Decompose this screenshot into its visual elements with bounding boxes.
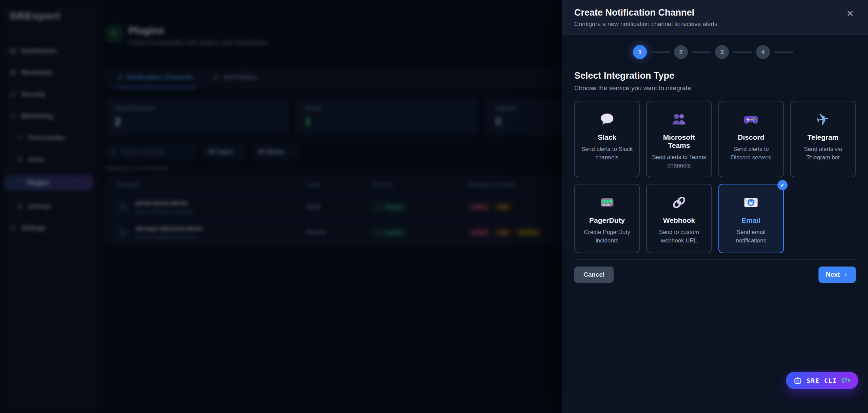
integration-description: Send to custom webhook URL [651,228,707,245]
integration-description: Send alerts to Teams channels [651,153,707,170]
webhook-icon [670,193,688,212]
svg-text:@: @ [749,200,753,205]
teams-icon [670,110,688,129]
integration-description: Send alerts to Discord servers [723,145,779,162]
drawer-body: 1234 Select Integration Type Choose the … [562,35,868,292]
drawer-footer: Cancel Next [574,267,856,283]
next-button[interactable]: Next [818,267,856,283]
drawer-title: Create Notification Channel [574,7,856,18]
drawer-subtitle: Configure a new notification channel to … [574,21,856,28]
step-connector [774,52,793,53]
cancel-button[interactable]: Cancel [574,267,614,283]
sre-cli-button[interactable]: SRE CLI @7$ [786,372,858,389]
step-circle: 1 [633,45,647,59]
section-subtitle: Choose the service you want to integrate [574,84,856,92]
integration-name: PagerDuty [589,216,625,224]
integration-name: Microsoft Teams [651,133,707,150]
integration-card[interactable]: Discord Send alerts to Discord servers [718,101,784,177]
wizard-stepper: 1234 [574,45,856,59]
integration-grid: Slack Send alerts to Slack channels Micr… [574,101,856,253]
step-circle: 4 [756,45,770,59]
discord-icon [742,110,760,129]
robot-icon [793,376,802,385]
integration-card[interactable]: Microsoft Teams Send alerts to Teams cha… [646,101,712,177]
close-icon[interactable]: ✕ [844,9,856,18]
integration-card[interactable]: Slack Send alerts to Slack channels [574,101,640,177]
chevron-right-icon [843,272,848,277]
integration-description: Send alerts via Telegram bot [795,145,851,162]
email-icon: @ [742,193,760,212]
drawer-header: Create Notification Channel Configure a … [562,0,868,35]
selected-check-badge: ✓ [777,180,788,190]
integration-description: Create PagerDuty incidents [579,228,635,245]
integration-description: Send alerts to Slack channels [579,145,635,162]
integration-name: Telegram [807,133,838,141]
step-connector [733,52,752,53]
step-connector [692,52,711,53]
integration-card[interactable]: PagerDuty Create PagerDuty incidents [574,184,640,253]
integration-name: Webhook [663,216,695,224]
integration-name: Email [741,216,760,224]
step-circle: 2 [674,45,688,59]
integration-name: Discord [738,133,764,141]
step-connector [651,52,670,53]
integration-description: Send email notifications [723,228,779,245]
integration-card[interactable]: Webhook Send to custom webhook URL [646,184,712,253]
integration-name: Slack [598,133,616,141]
pagerduty-icon [598,193,616,212]
create-channel-drawer: Create Notification Channel Configure a … [562,0,868,413]
slack-icon [598,110,616,129]
integration-card[interactable]: ✓ @ Email Send email notifications [718,184,784,253]
cli-prompt-glyphs: @7$ [842,377,851,383]
integration-card[interactable]: ✈ Telegram Send alerts via Telegram bot [790,101,856,177]
cli-label: SRE CLI [807,377,837,384]
telegram-icon: ✈ [816,110,830,129]
step-circle: 3 [715,45,729,59]
section-title: Select Integration Type [574,71,856,81]
footer-divider [574,259,856,260]
